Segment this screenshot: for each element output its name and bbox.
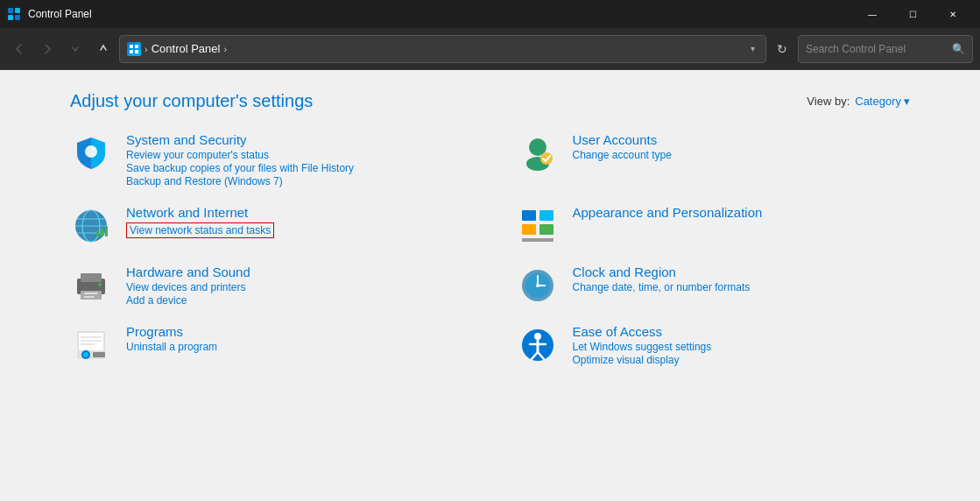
viewby-dropdown[interactable]: Category ▾ [855,95,910,108]
svg-rect-29 [84,296,95,298]
programs-title[interactable]: Programs [126,324,464,339]
hardware-sound-link-2[interactable]: Add a device [126,294,464,307]
svg-rect-6 [130,50,133,53]
svg-point-8 [85,145,97,158]
appearance-title[interactable]: Appearance and Personalization [573,205,911,220]
forward-icon [43,43,52,55]
address-bar[interactable]: › Control Panel › ▾ [119,35,766,63]
address-control-panel: Control Panel [152,42,221,55]
category-programs: Programs Uninstall a program [70,324,464,366]
appearance-icon [517,205,559,247]
svg-rect-19 [105,226,108,236]
titlebar-controls: — ☐ ✕ [852,0,973,28]
content-header: Adjust your computer's settings View by:… [70,91,910,111]
system-security-link-2[interactable]: Save backup copies of your files with Fi… [126,162,464,174]
titlebar-left: Control Panel [7,7,92,21]
clock-region-icon [517,265,559,307]
hardware-sound-link-1[interactable]: View devices and printers [126,281,464,293]
category-clock-region: Clock and Region Change date, time, or n… [517,265,911,307]
svg-rect-0 [8,8,13,13]
recent-locations-button[interactable] [63,37,88,61]
svg-rect-22 [522,224,536,235]
svg-rect-24 [522,238,553,242]
addressbar: › Control Panel › ▾ ↻ 🔍 [0,28,980,70]
page-title: Adjust your computer's settings [70,91,313,111]
clock-region-text: Clock and Region Change date, time, or n… [573,265,911,293]
address-separator2: › [223,44,227,54]
svg-point-30 [98,283,102,286]
svg-rect-28 [84,293,98,294]
category-network-internet: Network and Internet View network status… [70,205,464,247]
svg-rect-17 [96,231,99,236]
search-icon: 🔍 [952,43,965,55]
refresh-button[interactable]: ↻ [770,37,794,61]
network-internet-link-1[interactable]: View network status and tasks [126,222,274,238]
svg-point-45 [534,333,541,340]
titlebar: Control Panel — ☐ ✕ [0,0,980,28]
network-internet-title[interactable]: Network and Internet [126,205,464,220]
viewby-control: View by: Category ▾ [807,95,910,108]
search-input[interactable] [806,43,947,55]
category-system-security: System and Security Review your computer… [70,132,464,187]
maximize-button[interactable]: ☐ [892,0,933,28]
hardware-sound-text: Hardware and Sound View devices and prin… [126,265,464,307]
svg-rect-27 [81,291,102,300]
system-security-icon [70,132,112,174]
category-ease-of-access: Ease of Access Let Windows suggest setti… [517,324,911,366]
network-internet-icon [70,205,112,247]
network-internet-text: Network and Internet View network status… [126,205,464,238]
svg-rect-7 [135,50,138,53]
clock-region-title[interactable]: Clock and Region [573,265,911,279]
clock-region-link-1[interactable]: Change date, time, or number formats [573,281,911,293]
programs-link-1[interactable]: Uninstall a program [126,341,464,353]
appearance-text: Appearance and Personalization [573,205,911,222]
viewby-option: Category [855,95,901,108]
programs-icon [70,324,112,366]
programs-text: Programs Uninstall a program [126,324,464,353]
system-security-link-1[interactable]: Review your computer's status [126,149,464,161]
address-dropdown-button[interactable]: ▾ [747,42,758,55]
user-accounts-title[interactable]: User Accounts [573,132,911,147]
svg-rect-18 [101,229,103,236]
svg-rect-2 [8,15,13,20]
ease-of-access-text: Ease of Access Let Windows suggest setti… [573,324,911,366]
user-accounts-text: User Accounts Change account type [573,132,911,161]
svg-rect-43 [93,352,105,357]
ease-of-access-icon [517,324,559,366]
minimize-button[interactable]: — [852,0,892,28]
svg-rect-26 [81,273,102,282]
address-path: › Control Panel › [127,42,742,56]
category-hardware-sound: Hardware and Sound View devices and prin… [70,265,464,307]
system-security-title[interactable]: System and Security [126,132,464,147]
titlebar-title: Control Panel [28,8,92,20]
svg-rect-4 [130,45,133,48]
back-icon [15,43,24,55]
titlebar-app-icon [7,7,21,21]
ease-of-access-link-2[interactable]: Optimize visual display [573,354,911,366]
system-security-link-3[interactable]: Backup and Restore (Windows 7) [126,175,464,187]
ease-of-access-title[interactable]: Ease of Access [573,324,911,339]
search-box[interactable]: 🔍 [798,35,973,63]
svg-point-35 [536,284,539,287]
system-security-text: System and Security Review your computer… [126,132,464,187]
up-icon [99,43,108,55]
svg-rect-37 [79,333,103,350]
svg-rect-20 [522,210,536,221]
ease-of-access-link-1[interactable]: Let Windows suggest settings [573,341,911,353]
viewby-arrow: ▾ [904,95,910,108]
svg-rect-23 [539,224,553,235]
category-user-accounts: User Accounts Change account type [517,132,911,187]
svg-rect-5 [135,45,138,48]
chevron-down-icon [72,45,79,53]
hardware-sound-title[interactable]: Hardware and Sound [126,265,464,279]
forward-button[interactable] [35,37,60,61]
user-accounts-icon [517,132,559,174]
address-separator1: › [145,44,148,54]
main-content: Adjust your computer's settings View by:… [0,70,980,501]
hardware-sound-icon [70,265,112,307]
svg-rect-3 [15,15,20,20]
close-button[interactable]: ✕ [933,0,973,28]
user-accounts-link-1[interactable]: Change account type [573,149,911,161]
back-button[interactable] [7,37,32,61]
up-button[interactable] [91,37,116,61]
